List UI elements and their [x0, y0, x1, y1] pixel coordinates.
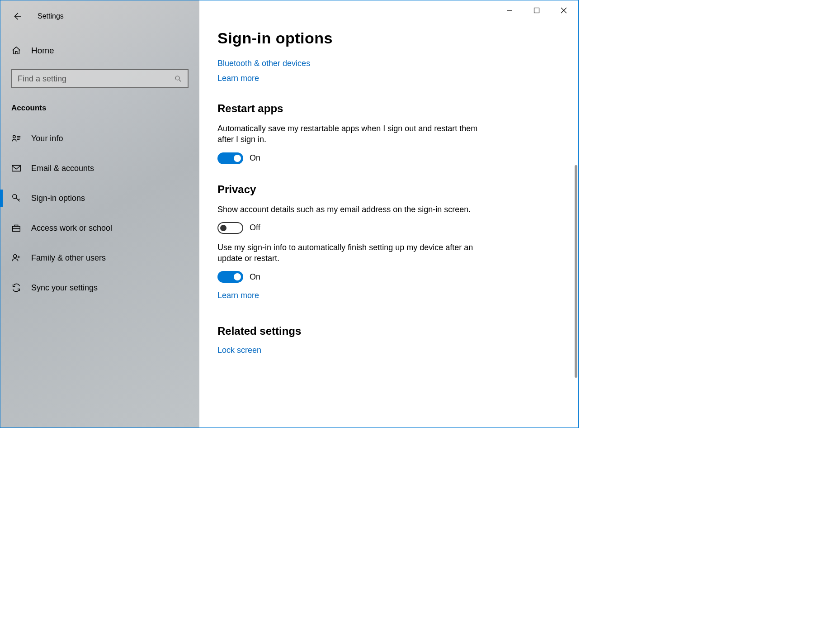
- window-maximize-button[interactable]: [523, 1, 550, 19]
- heading-related-settings: Related settings: [217, 325, 560, 337]
- svg-rect-4: [13, 226, 20, 231]
- link-learn-more-privacy[interactable]: Learn more: [217, 291, 560, 300]
- toggle-restart-apps-label: On: [250, 153, 260, 163]
- sidebar-item-email-accounts[interactable]: Email & accounts: [0, 153, 199, 183]
- window-title: Settings: [38, 12, 64, 20]
- briefcase-icon: [11, 223, 21, 233]
- toggle-show-account-details[interactable]: [217, 222, 243, 234]
- key-icon: [11, 193, 21, 203]
- back-button[interactable]: [11, 11, 22, 22]
- person-add-icon: [11, 253, 21, 263]
- search-box[interactable]: [11, 69, 189, 88]
- window-close-button[interactable]: [550, 1, 577, 19]
- home-label: Home: [31, 46, 54, 56]
- search-input[interactable]: [18, 74, 174, 84]
- toggle-auto-finish-setup-label: On: [250, 272, 260, 282]
- toggle-auto-finish-setup[interactable]: [217, 271, 243, 283]
- svg-rect-2: [12, 166, 20, 171]
- link-lock-screen[interactable]: Lock screen: [217, 346, 560, 355]
- main-content: Sign-in options Bluetooth & other device…: [199, 0, 578, 427]
- search-icon: [174, 75, 182, 83]
- svg-point-1: [13, 136, 16, 138]
- sync-icon: [11, 283, 21, 293]
- heading-privacy: Privacy: [217, 183, 560, 196]
- link-learn-more-top[interactable]: Learn more: [217, 74, 560, 83]
- svg-point-5: [14, 255, 17, 258]
- desc-privacy-auto-finish: Use my sign-in info to automatically fin…: [217, 242, 489, 264]
- sidebar-item-sign-in-options[interactable]: Sign-in options: [0, 183, 199, 213]
- sidebar-item-sync-settings[interactable]: Sync your settings: [0, 273, 199, 303]
- sidebar-item-label: Sync your settings: [31, 283, 98, 293]
- sidebar-item-your-info[interactable]: Your info: [0, 123, 199, 153]
- sidebar-home[interactable]: Home: [0, 38, 199, 64]
- window-minimize-button[interactable]: [496, 1, 523, 19]
- svg-point-0: [175, 76, 179, 80]
- sidebar-item-label: Sign-in options: [31, 194, 85, 203]
- svg-rect-6: [534, 8, 539, 13]
- sidebar-item-label: Email & accounts: [31, 164, 94, 173]
- sidebar-item-label: Family & other users: [31, 253, 106, 263]
- page-title: Sign-in options: [217, 29, 560, 47]
- home-icon: [11, 46, 21, 56]
- toggle-show-account-details-label: Off: [250, 223, 260, 233]
- sidebar-category: Accounts: [0, 88, 199, 117]
- scrollbar[interactable]: [575, 165, 577, 378]
- sidebar: Settings Home Accounts Your info: [0, 0, 199, 427]
- sidebar-item-label: Your info: [31, 134, 63, 143]
- desc-privacy-show-details: Show account details such as my email ad…: [217, 204, 489, 215]
- sidebar-item-family-other-users[interactable]: Family & other users: [0, 243, 199, 273]
- desc-restart-apps: Automatically save my restartable apps w…: [217, 123, 489, 145]
- mail-icon: [11, 163, 21, 173]
- person-lines-icon: [11, 133, 21, 143]
- toggle-restart-apps[interactable]: [217, 152, 243, 164]
- link-bluetooth-other-devices[interactable]: Bluetooth & other devices: [217, 59, 560, 68]
- heading-restart-apps: Restart apps: [217, 102, 560, 115]
- sidebar-item-label: Access work or school: [31, 223, 112, 233]
- sidebar-item-access-work-school[interactable]: Access work or school: [0, 213, 199, 243]
